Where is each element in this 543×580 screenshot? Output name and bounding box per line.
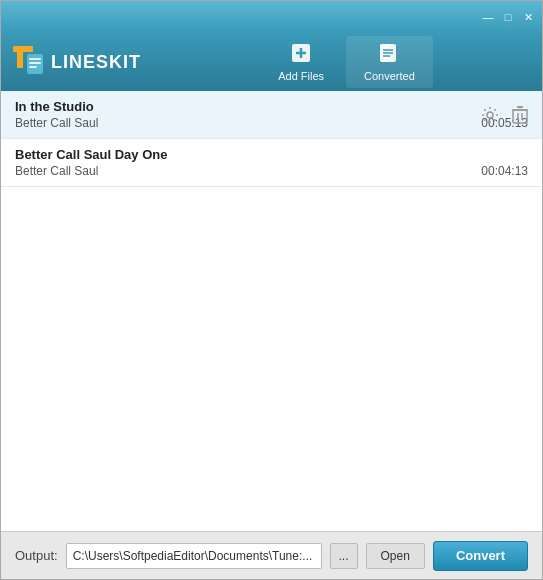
minimize-button[interactable]: — [480, 9, 496, 25]
main-window: — □ ✕ LINESKIT [0, 0, 543, 580]
nav-buttons: Add Files Converted [161, 36, 532, 88]
file-show: Better Call Saul [15, 164, 381, 178]
logo-icon [11, 44, 47, 80]
delete-button[interactable] [508, 103, 532, 127]
file-meta: Better Call Saul 00:04:13 [15, 164, 528, 178]
titlebar: — □ ✕ [1, 1, 542, 33]
settings-button[interactable] [478, 103, 502, 127]
converted-label: Converted [364, 70, 415, 82]
close-button[interactable]: ✕ [520, 9, 536, 25]
add-files-nav-button[interactable]: Add Files [260, 36, 342, 88]
converted-nav-button[interactable]: Converted [346, 36, 433, 88]
footer: Output: C:\Users\SoftpediaEditor\Documen… [1, 531, 542, 579]
svg-point-15 [487, 112, 493, 118]
svg-rect-6 [29, 66, 37, 68]
open-button[interactable]: Open [366, 543, 425, 569]
file-actions [478, 103, 532, 127]
logo-text: LINESKIT [51, 52, 141, 73]
svg-rect-2 [17, 46, 23, 68]
logo: LINESKIT [11, 44, 141, 80]
file-show: Better Call Saul [15, 116, 381, 130]
add-files-icon [290, 42, 312, 67]
convert-button[interactable]: Convert [433, 541, 528, 571]
list-item: Better Call Saul Day One Better Call Sau… [1, 139, 542, 187]
browse-button[interactable]: ... [330, 543, 358, 569]
svg-rect-16 [513, 110, 527, 123]
titlebar-controls: — □ ✕ [480, 9, 536, 25]
output-path-display: C:\Users\SoftpediaEditor\Documents\Tune:… [66, 543, 322, 569]
svg-rect-5 [29, 62, 41, 64]
output-label: Output: [15, 548, 58, 563]
svg-rect-4 [29, 58, 41, 60]
converted-icon [378, 42, 400, 67]
add-files-label: Add Files [278, 70, 324, 82]
file-duration: 00:04:13 [481, 164, 528, 178]
file-title: In the Studio [15, 99, 528, 114]
maximize-button[interactable]: □ [500, 9, 516, 25]
file-list: In the Studio Better Call Saul 00:05:13 [1, 91, 542, 531]
file-meta: Better Call Saul 00:05:13 [15, 116, 528, 130]
header: LINESKIT Add Files [1, 33, 542, 91]
list-item: In the Studio Better Call Saul 00:05:13 [1, 91, 542, 139]
file-title: Better Call Saul Day One [15, 147, 528, 162]
